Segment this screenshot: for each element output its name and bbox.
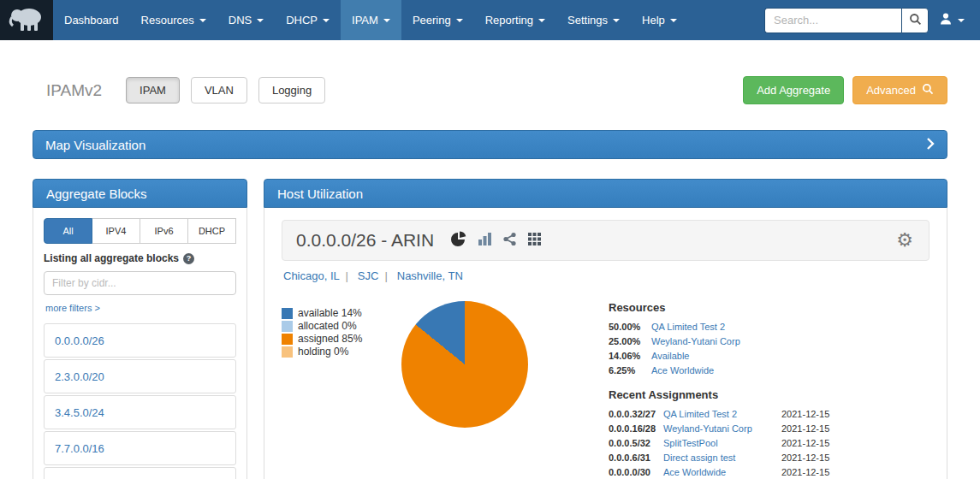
- assignment-link[interactable]: Direct assign test: [663, 452, 781, 463]
- mammoth-logo-icon: [9, 5, 45, 36]
- advanced-button-label: Advanced: [866, 84, 916, 97]
- resource-row: 50.00% QA Limited Test 2: [609, 322, 841, 332]
- nav-item-label: Peering: [413, 14, 451, 27]
- brand-logo[interactable]: [0, 0, 53, 40]
- assignment-link[interactable]: Weyland-Yutani Corp: [663, 423, 781, 434]
- nav-item[interactable]: Help: [631, 0, 688, 40]
- resource-link[interactable]: Weyland-Yutani Corp: [651, 336, 740, 346]
- aggregate-blocks-title: Aggregate Blocks: [46, 186, 147, 201]
- location-link[interactable]: Chicago, IL: [283, 269, 354, 282]
- pie-chart-view-button[interactable]: [451, 231, 467, 250]
- assignment-link[interactable]: QA Limited Test 2: [663, 409, 781, 419]
- page-title: IPAMv2: [46, 81, 102, 100]
- selected-block-title: 0.0.0.0/26 - ARIN: [296, 230, 434, 251]
- search-icon: [922, 83, 934, 98]
- legend-swatch: [282, 308, 293, 319]
- legend-label: assigned 85%: [298, 334, 362, 345]
- resource-link[interactable]: QA Limited Test 2: [651, 322, 725, 332]
- utilization-chart-row: available 14% allocated 0% assigned 85%: [282, 296, 930, 479]
- assignment-date: 2021-12-15: [781, 423, 841, 434]
- view-switcher: IPAM VLAN Logging: [126, 77, 325, 103]
- toolbar-actions: Add Aggregate Advanced: [743, 76, 947, 104]
- legend-swatch: [282, 334, 293, 345]
- gear-icon[interactable]: ⚙: [896, 231, 913, 250]
- location-link[interactable]: SJC: [358, 269, 394, 282]
- pie-chart[interactable]: [401, 301, 528, 428]
- pie-chart-icon: [451, 231, 467, 250]
- resource-link[interactable]: Ace Worldwide: [651, 365, 714, 376]
- nav-item[interactable]: IPAM: [341, 0, 401, 40]
- bar-chart-icon: [478, 232, 492, 249]
- resource-percent: 14.06%: [609, 351, 651, 361]
- nav-item[interactable]: Resources: [130, 0, 217, 40]
- assignment-cidr: 0.0.0.6/31: [609, 452, 663, 463]
- block-type-tab[interactable]: IPv6: [140, 218, 188, 244]
- block-type-tab[interactable]: IPV4: [92, 218, 140, 244]
- nav-item-label: DNS: [229, 14, 252, 27]
- nav-item-label: Resources: [141, 14, 194, 27]
- legend-label: available 14%: [298, 308, 362, 319]
- caret-down-icon: [257, 19, 264, 22]
- aggregate-block-item[interactable]: 0.0.0.0/26: [44, 323, 236, 358]
- main-content: Aggregate Blocks All IPV4 IPv6 DHCP List…: [33, 179, 947, 479]
- user-icon: [939, 12, 953, 28]
- resource-row: 14.06% Available: [609, 351, 841, 361]
- bar-chart-view-button[interactable]: [478, 232, 492, 249]
- assignment-date: 2021-12-15: [781, 467, 841, 477]
- assignment-cidr: 0.0.0.5/32: [609, 438, 663, 448]
- legend-item: assigned 85%: [282, 334, 401, 345]
- assignment-row: 0.0.0.32/27 QA Limited Test 2 2021-12-15: [609, 409, 841, 419]
- resource-row: 25.00% Weyland-Yutani Corp: [609, 336, 841, 346]
- aggregate-blocks-panel: Aggregate Blocks All IPV4 IPv6 DHCP List…: [33, 179, 247, 479]
- legend-swatch: [282, 321, 293, 332]
- aggregate-block-item[interactable]: 7.7.0.0/16: [44, 431, 236, 465]
- aggregate-blocks-body: All IPV4 IPv6 DHCP Listing all aggregate…: [33, 208, 247, 479]
- grid-view-button[interactable]: [527, 232, 542, 249]
- resources-list: 50.00% QA Limited Test 2 25.00% Weyland-…: [609, 322, 841, 376]
- host-utilization-body: 0.0.0.0/26 - ARIN: [264, 208, 947, 479]
- assignment-link[interactable]: Ace Worldwide: [663, 467, 781, 477]
- block-type-tab[interactable]: DHCP: [188, 218, 236, 244]
- view-button[interactable]: IPAM: [126, 77, 180, 103]
- location-link[interactable]: Nashville, TN: [397, 269, 463, 282]
- nav-item[interactable]: DHCP: [275, 0, 341, 40]
- block-type-tab[interactable]: All: [44, 218, 92, 244]
- map-visualization-header[interactable]: Map Visualization: [33, 130, 947, 159]
- assignment-cidr: 0.0.0.16/28: [609, 423, 663, 434]
- assignment-cidr: 0.0.0.32/27: [609, 409, 663, 419]
- view-button[interactable]: VLAN: [191, 77, 247, 103]
- assignment-cidr: 0.0.0.0/30: [609, 467, 663, 477]
- legend-label: holding 0%: [298, 346, 348, 358]
- view-button[interactable]: Logging: [258, 77, 325, 103]
- recent-assignments-heading: Recent Assignments: [609, 388, 841, 401]
- resource-percent: 6.25%: [609, 365, 651, 376]
- nav-item[interactable]: Peering: [401, 0, 474, 40]
- nav-item[interactable]: Settings: [556, 0, 631, 40]
- cidr-filter-input[interactable]: [44, 271, 236, 295]
- legend-item: available 14%: [282, 308, 401, 319]
- more-filters-link[interactable]: more filters >: [45, 303, 100, 313]
- add-aggregate-button[interactable]: Add Aggregate: [743, 76, 844, 104]
- user-menu-button[interactable]: [929, 0, 975, 40]
- assignment-link[interactable]: SplitTestPool: [663, 438, 781, 448]
- nav-item[interactable]: DNS: [217, 0, 275, 40]
- location-links: Chicago, IL SJC Nashville, TN: [283, 269, 928, 282]
- nav-item[interactable]: Dashboard: [53, 0, 130, 40]
- aggregate-block-item[interactable]: 3.4.5.0/24: [44, 395, 236, 429]
- caret-down-icon: [670, 19, 677, 22]
- aggregate-block-item[interactable]: 2.3.0.0/20: [44, 359, 236, 393]
- help-icon[interactable]: ?: [183, 253, 194, 264]
- search-button[interactable]: [901, 8, 929, 33]
- aggregate-block-item-partial[interactable]: [44, 467, 236, 479]
- caret-down-icon: [199, 19, 206, 22]
- map-visualization-title: Map Visualization: [45, 138, 146, 152]
- navbar: Dashboard Resources DNS DHCP IPAM: [0, 0, 980, 40]
- nav-menu: Dashboard Resources DNS DHCP IPAM: [53, 0, 688, 40]
- share-view-button[interactable]: [502, 232, 517, 249]
- nav-item-label: Help: [642, 14, 665, 27]
- advanced-button[interactable]: Advanced: [852, 76, 947, 104]
- nav-item[interactable]: Reporting: [474, 0, 556, 40]
- nav-item-label: DHCP: [286, 14, 318, 27]
- search-input[interactable]: [764, 8, 901, 33]
- resource-link[interactable]: Available: [651, 351, 689, 361]
